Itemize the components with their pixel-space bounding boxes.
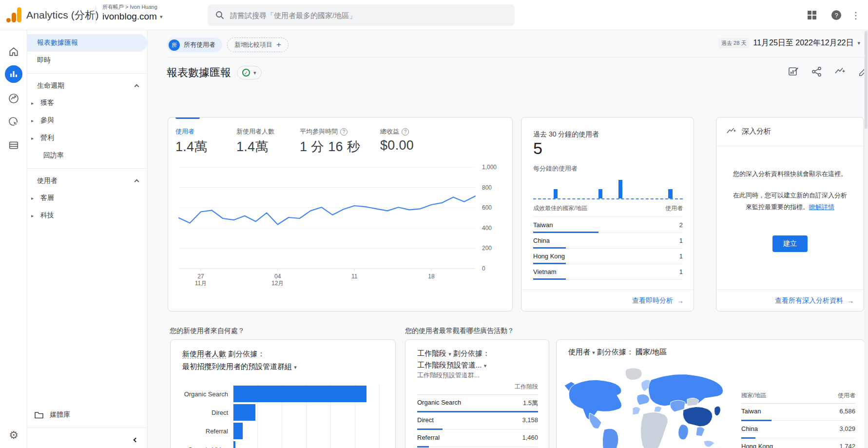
svg-text:0: 0 — [482, 265, 485, 272]
create-insight-button[interactable]: 建立 — [772, 235, 808, 252]
sidebar-item-label: 即時 — [27, 56, 51, 65]
sidebar-section-生命週期[interactable]: 生命週期 — [27, 78, 147, 94]
sidebar-item-營利[interactable]: ▸營利 — [27, 129, 147, 147]
realtime-country-row: China1 — [533, 233, 683, 249]
settings-gear-icon[interactable]: ⚙ — [5, 426, 22, 444]
header-divider — [167, 57, 868, 58]
help-icon[interactable]: ? — [829, 8, 844, 22]
column-header-country: 國家/地區 — [741, 391, 766, 400]
channel-name: Organic Search — [417, 399, 461, 406]
help-icon[interactable]: ? — [402, 128, 409, 136]
library-icon[interactable] — [5, 136, 22, 154]
help-icon[interactable]: ? — [340, 128, 347, 136]
hbar-label: Organic Search — [178, 390, 233, 398]
sidebar-item-客層[interactable]: ▸客層 — [27, 189, 147, 207]
sidebar-item-獲客[interactable]: ▸獲客 — [27, 94, 147, 112]
metric-selector[interactable]: 工作階段 ▾ — [417, 349, 451, 357]
dimension-selector[interactable]: 最初招攬到使用者的預設管道群組 ▾ — [182, 362, 297, 370]
search-input[interactable] — [230, 11, 507, 19]
metric-selector[interactable]: 使用者 ▾ — [568, 348, 595, 356]
metric-tab-total-revenue[interactable]: 總收益? $0.00 — [380, 127, 453, 156]
sidebar-item-library[interactable]: 媒體庫 — [27, 406, 147, 424]
expand-triangle-icon: ▸ — [31, 195, 34, 201]
view-all-insights-link[interactable]: 查看所有深入分析資料→ — [775, 296, 854, 305]
metric-label: 總收益 — [380, 127, 399, 136]
sidebar-divider — [27, 168, 147, 169]
sidebar-item-參與[interactable]: ▸參與 — [27, 112, 147, 129]
sidebar-divider — [27, 428, 147, 428]
report-content: 所 所有使用者 新增比較項目 + 過去 28 天 11月25日至 2022年12… — [148, 30, 868, 448]
insights-icon[interactable] — [832, 63, 849, 80]
realtime-users-value: 5 — [533, 139, 542, 158]
new-users-channel-card: 新使用者人數 劃分依據： 最初招攬到使用者的預設管道群組 ▾ Organic S… — [170, 339, 396, 448]
view-realtime-link[interactable]: 查看即時分析→ — [632, 296, 684, 305]
chevron-down-icon: ▾ — [448, 351, 451, 357]
sessions-value: 3,158 — [522, 416, 538, 424]
country-name: Hong Kong — [533, 253, 565, 260]
metric-selector[interactable]: 新使用者人數 — [182, 350, 226, 359]
minute-bar — [598, 189, 602, 198]
realtime-title: 過去 30 分鐘的使用者 — [533, 130, 599, 139]
metric-tab-new-users[interactable]: 新使用者人數 1.4萬 — [236, 127, 300, 156]
search-bar[interactable] — [208, 4, 515, 26]
sidebar-item-科技[interactable]: ▸科技 — [27, 207, 147, 224]
country-name: Taiwan — [533, 221, 553, 229]
apps-grid-icon[interactable] — [805, 8, 819, 22]
analytics-logo-icon[interactable] — [6, 7, 22, 23]
insights-message-2: 在此同時，您可以建立新的自訂深入分析 — [725, 190, 855, 201]
metric-label: 新使用者人數 — [236, 127, 274, 136]
scrollbar[interactable] — [864, 30, 868, 448]
sidebar-section-使用者[interactable]: 使用者 — [27, 173, 147, 189]
sidebar-item-回訪率[interactable]: 回訪率 — [27, 147, 147, 164]
hbar-label: Direct — [178, 409, 233, 416]
metric-tab-avg-engagement[interactable]: 平均參與時間? 1 分 16 秒 — [300, 127, 380, 156]
learn-more-link[interactable]: 瞭解詳情 — [809, 203, 834, 211]
minute-bar — [668, 189, 672, 198]
add-comparison-chip[interactable]: 新增比較項目 + — [227, 38, 289, 52]
account-switcher[interactable]: 所有帳戶 > Ivon Huang ivonblog.com▾ — [102, 3, 162, 22]
reports-icon[interactable] — [5, 65, 22, 83]
metric-tab-users[interactable]: 使用者 1.4萬 — [175, 127, 236, 156]
library-label: 媒體庫 — [50, 410, 70, 419]
country-name: China — [741, 425, 758, 432]
scrollbar-thumb[interactable] — [865, 31, 868, 129]
country-users: 2 — [679, 221, 683, 229]
data-quality-badge[interactable]: ✓ ▾ — [237, 66, 262, 79]
country-name: Hong Kong — [741, 443, 773, 448]
folder-icon — [34, 410, 44, 419]
collapse-sidebar-button[interactable] — [131, 435, 140, 445]
hbar-plot — [233, 422, 389, 440]
chevron-down-icon: ▾ — [592, 350, 595, 355]
logo-bar-tall — [17, 7, 21, 22]
country-name: Vietnam — [533, 268, 556, 275]
users-trend-line-chart: 02004006008001,0002711月0412月1118 — [172, 162, 513, 287]
sessions-row: Direct3,158 — [417, 412, 538, 429]
sessions-value: 1.5萬 — [523, 399, 538, 408]
navigation-rail: ⚙ — [0, 30, 27, 448]
country-row: Taiwan6,586 — [741, 403, 855, 421]
country-users-table: Taiwan6,586China3,029Hong Kong1,742Unite… — [741, 403, 855, 448]
audience-chip-all-users[interactable]: 所 所有使用者 — [167, 38, 222, 52]
chevron-down-icon: ▾ — [294, 365, 297, 370]
explore-icon[interactable] — [5, 90, 22, 107]
dimension-selector[interactable]: 工作階段預設管道... ▾ — [417, 361, 486, 369]
section-label: 生命週期 — [27, 81, 64, 90]
sidebar-item-報表數據匯報[interactable]: 報表數據匯報 — [27, 34, 147, 52]
hbar-plot — [233, 440, 389, 448]
share-icon[interactable] — [809, 63, 825, 80]
chevron-up-icon — [135, 179, 139, 184]
topbar-divider — [96, 6, 96, 24]
account-breadcrumb: 所有帳戶 > Ivon Huang — [102, 3, 162, 11]
sessions-table: Organic Search1.5萬Direct3,158Referral1,4… — [417, 394, 538, 448]
advertising-icon[interactable] — [5, 113, 22, 131]
sidebar-item-即時[interactable]: 即時 — [27, 52, 147, 69]
home-icon[interactable] — [5, 43, 22, 60]
metric-value: 1.4萬 — [175, 138, 236, 156]
svg-text:200: 200 — [482, 245, 492, 252]
page-title: 報表數據匯報 — [167, 65, 231, 80]
customize-report-icon[interactable] — [785, 63, 802, 80]
more-menu-icon[interactable]: ⋮ — [849, 8, 863, 22]
date-range-selector[interactable]: 過去 28 天 11月25日至 2022年12月22日 ▾ — [718, 38, 860, 48]
chevron-down-icon: ▾ — [253, 70, 256, 76]
insights-message-3: 來監控最重要的指標。瞭解詳情 — [725, 201, 855, 213]
